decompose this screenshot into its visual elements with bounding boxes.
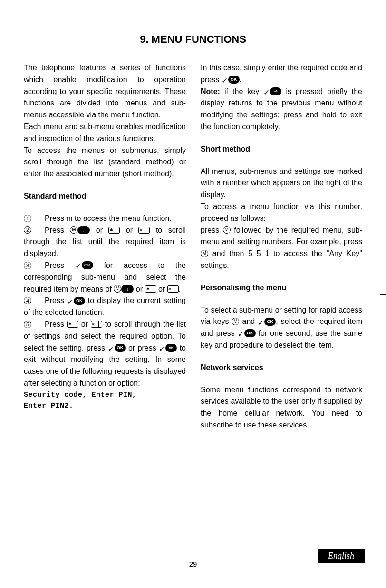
note-text-a: if the key	[220, 87, 263, 95]
mono-line-2: Enter PIN2.	[24, 400, 186, 411]
m-key-icon: M	[223, 226, 231, 234]
hash-key-icon	[91, 321, 102, 328]
right-top-b: .	[240, 76, 241, 84]
short-3a: press	[201, 226, 223, 234]
step-1-text: Press m to access the menu function.	[45, 214, 172, 222]
heading-personalising: Personalising the menu	[201, 282, 362, 294]
column-left: The telephone features a series of funct…	[24, 62, 193, 431]
back-key-icon: ✓⇨	[263, 87, 281, 95]
page-title: 9. MENU FUNCTIONS	[24, 33, 362, 46]
m-key-icon: M	[232, 318, 239, 325]
ok-key-icon: ✓OK	[238, 329, 256, 337]
step-5-text-a: Press	[45, 320, 67, 328]
star-key-icon	[108, 227, 120, 234]
ok-key-icon: ✓OK	[222, 76, 240, 84]
step-3: 3Press ✓OK for access to the correspondi…	[24, 260, 186, 295]
mono-line-1: Security code, Enter PIN,	[24, 389, 186, 400]
column-right: In this case, simply enter the required …	[193, 62, 362, 431]
pers-para: To select a sub-menu or setting for rapi…	[201, 304, 362, 351]
step-2-text-b: or	[90, 226, 108, 234]
step-5-text-b: or	[78, 320, 91, 328]
step-number-icon: 4	[24, 297, 31, 304]
m-key-icon: M	[114, 285, 121, 293]
back-key-icon: ✓⇨	[159, 344, 177, 352]
heading-network-services: Network services	[201, 362, 362, 374]
step-5: 5Press or to scroll through the list of …	[24, 319, 186, 389]
short-para-2: To access a menu function via this numbe…	[201, 201, 362, 225]
step-3-text-c: or	[134, 285, 145, 293]
m-key-icon: M	[70, 226, 77, 234]
net-para: Some menu functions correspond to networ…	[201, 384, 362, 431]
step-3-text-d: or	[156, 285, 167, 293]
step-5-text-d: or press	[126, 344, 159, 352]
star-key-icon	[145, 285, 156, 293]
short-para-3: press M followed by the required menu, s…	[201, 225, 362, 272]
step-2-text-c: or	[120, 226, 138, 234]
step-1: 1Press m to access the menu function.	[24, 213, 186, 225]
down-pill-icon: ↓	[77, 226, 90, 234]
note-para: Note: if the key ✓⇨ is pressed briefly t…	[201, 86, 362, 133]
intro-para-3: To access the menus or submenus, simply …	[24, 145, 186, 180]
ok-key-icon: ✓OK	[67, 297, 85, 305]
step-4: 4Press ✓OK to display the current settin…	[24, 295, 186, 319]
step-number-icon: 1	[24, 215, 31, 222]
star-key-icon	[67, 321, 78, 328]
down-pill-icon: ↓	[121, 285, 134, 293]
intro-para-1: The telephone features a series of funct…	[24, 62, 186, 121]
step-number-icon: 3	[24, 262, 31, 269]
heading-short-method: Short method	[201, 143, 362, 155]
short-3c: and then 5 5 1 to access the "Any Key" s…	[201, 249, 362, 269]
ok-key-icon: ✓OK	[75, 261, 93, 269]
step-3-text-a: Press	[45, 261, 75, 269]
ok-key-icon: ✓OK	[258, 318, 276, 326]
language-badge: English	[318, 549, 365, 563]
step-3-text-e: .	[179, 285, 181, 293]
step-2: 2Press M↓ or or to scroll through the li…	[24, 225, 186, 260]
step-number-icon: 2	[24, 226, 31, 234]
step-number-icon: 5	[24, 321, 31, 328]
short-para-1: All menus, sub-menus and settings are ma…	[201, 166, 362, 201]
m-key-icon: M	[201, 250, 208, 257]
intro-para-2: Each menu and sub-menu enables modificat…	[24, 121, 186, 145]
note-label: Note:	[201, 87, 220, 95]
ok-key-icon: ✓OK	[108, 344, 126, 352]
page: 9. MENU FUNCTIONS The telephone features…	[0, 0, 386, 588]
hash-key-icon	[138, 227, 150, 234]
hash-key-icon	[167, 285, 179, 293]
right-top-para: In this case, simply enter the required …	[201, 62, 362, 86]
heading-standard-method: Standard method	[24, 190, 186, 202]
step-2-text-a: Press	[45, 226, 70, 234]
pers-b: and	[239, 317, 258, 325]
columns: The telephone features a series of funct…	[24, 62, 362, 431]
step-4-text-a: Press	[45, 296, 67, 304]
